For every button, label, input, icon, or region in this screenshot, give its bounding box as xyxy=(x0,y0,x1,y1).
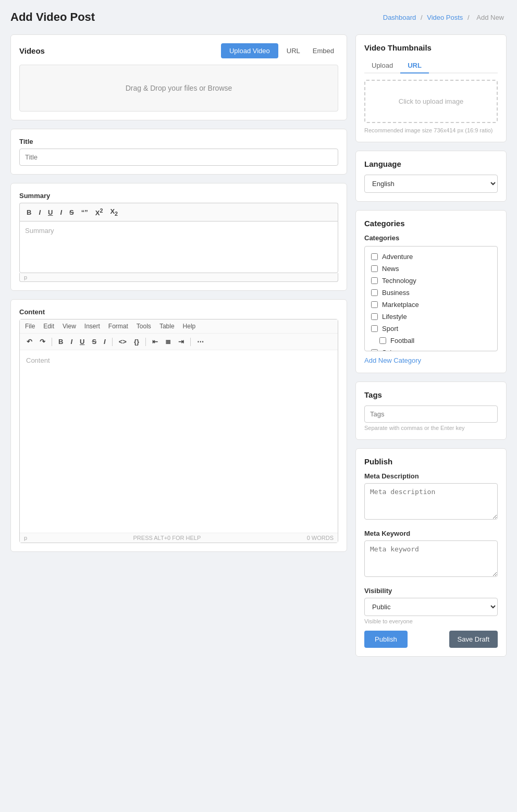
menu-format[interactable]: Format xyxy=(108,323,128,330)
summary-strike-btn[interactable]: S xyxy=(67,207,77,217)
checkbox-technology[interactable] xyxy=(371,277,378,284)
menu-help[interactable]: Help xyxy=(183,323,196,330)
content-menubar: File Edit View Insert Format Tools Table… xyxy=(20,319,338,334)
language-title: Language xyxy=(364,159,498,168)
title-section: Title xyxy=(10,129,347,175)
content-undo-btn[interactable]: ↶ xyxy=(24,337,35,347)
visibility-hint: Visible to everyone xyxy=(364,618,498,624)
add-new-category-link[interactable]: Add New Category xyxy=(364,356,421,364)
embed-button[interactable]: Embed xyxy=(309,45,338,57)
summary-label: Summary xyxy=(19,192,338,200)
url-button[interactable]: URL xyxy=(282,45,304,57)
content-align-right-btn[interactable]: ⇥ xyxy=(176,337,187,347)
visibility-select[interactable]: Public Private Password Protected xyxy=(364,598,498,616)
checkbox-news[interactable] xyxy=(371,265,378,272)
checkbox-marketplace[interactable] xyxy=(371,301,378,308)
publish-button[interactable]: Publish xyxy=(364,631,408,648)
drop-zone[interactable]: Drag & Drop your files or Browse xyxy=(19,65,338,112)
language-select[interactable]: English French Spanish German Arabic xyxy=(364,175,498,193)
tags-input[interactable] xyxy=(364,405,498,423)
breadcrumb-current: Add New xyxy=(476,14,504,21)
content-body[interactable]: Content xyxy=(20,350,338,533)
videos-section: Videos Upload Video URL Embed Drag & Dro… xyxy=(10,34,347,120)
toolbar-sep1 xyxy=(52,338,52,346)
content-underline-btn[interactable]: U xyxy=(77,337,87,347)
category-adventure: Adventure xyxy=(365,251,497,263)
thumbnails-card: Video Thumbnails Upload URL Click to upl… xyxy=(355,34,507,142)
menu-tools[interactable]: Tools xyxy=(137,323,151,330)
content-strike-btn[interactable]: S xyxy=(89,337,99,347)
tab-url[interactable]: URL xyxy=(400,58,429,73)
visibility-label: Visibility xyxy=(364,587,498,595)
menu-view[interactable]: View xyxy=(63,323,76,330)
category-business: Business xyxy=(365,287,497,299)
checkbox-sport[interactable] xyxy=(371,325,378,332)
save-draft-button[interactable]: Save Draft xyxy=(449,631,498,648)
category-marketplace: Marketplace xyxy=(365,299,497,311)
menu-insert[interactable]: Insert xyxy=(84,323,100,330)
summary-underline-btn[interactable]: U xyxy=(45,207,55,217)
toolbar-sep2 xyxy=(112,338,113,346)
categories-label: Categories xyxy=(364,234,498,242)
publish-card: Publish Meta Description Meta Keyword Vi… xyxy=(355,448,507,657)
content-label: Content xyxy=(19,308,338,316)
content-italic2-btn[interactable]: I xyxy=(101,337,108,347)
content-editor: File Edit View Insert Format Tools Table… xyxy=(19,319,338,543)
meta-keyword-label: Meta Keyword xyxy=(364,530,498,537)
menu-file[interactable]: File xyxy=(25,323,35,330)
content-italic-btn[interactable]: I xyxy=(68,337,75,347)
category-science: Science xyxy=(365,347,497,351)
content-codeblock-btn[interactable]: {} xyxy=(131,337,142,347)
category-news: News xyxy=(365,263,497,275)
videos-label: Videos xyxy=(19,46,45,55)
title-input[interactable] xyxy=(19,149,338,166)
content-more-btn[interactable]: ⋯ xyxy=(194,337,206,347)
thumbnail-tabs: Upload URL xyxy=(364,58,498,73)
breadcrumb-dashboard[interactable]: Dashboard xyxy=(383,14,416,21)
summary-subscript-btn[interactable]: X2 xyxy=(107,206,120,218)
category-technology: Technology xyxy=(365,275,497,287)
tab-upload[interactable]: Upload xyxy=(364,58,400,73)
content-align-center-btn[interactable]: ≣ xyxy=(163,337,174,347)
category-sport: Sport xyxy=(365,323,497,335)
summary-quote-btn[interactable]: “” xyxy=(79,207,91,217)
toolbar-sep4 xyxy=(190,338,191,346)
categories-title: Categories xyxy=(364,219,498,228)
categories-list: Adventure News Technology Business xyxy=(364,246,498,351)
checkbox-business[interactable] xyxy=(371,289,378,296)
summary-bold-btn[interactable]: B xyxy=(24,207,34,217)
page-title: Add Video Post xyxy=(10,10,95,24)
meta-description-input[interactable] xyxy=(364,483,498,520)
checkbox-science[interactable] xyxy=(371,349,378,351)
content-redo-btn[interactable]: ↷ xyxy=(37,337,48,347)
page-header: Add Video Post Dashboard / Video Posts /… xyxy=(10,10,507,24)
menu-table[interactable]: Table xyxy=(159,323,175,330)
content-section: Content File Edit View Insert Format Too… xyxy=(10,299,347,552)
summary-footer: p xyxy=(19,273,338,282)
content-code-btn[interactable]: <> xyxy=(116,337,129,347)
breadcrumb-video-posts[interactable]: Video Posts xyxy=(427,14,463,21)
upload-hint: Recommended image size 736x414 px (16:9 … xyxy=(364,127,498,133)
tags-hint: Separate with commas or the Enter key xyxy=(364,425,498,431)
upload-video-button[interactable]: Upload Video xyxy=(221,43,278,58)
content-align-left-btn[interactable]: ⇤ xyxy=(150,337,161,347)
upload-image-zone[interactable]: Click to upload image xyxy=(364,80,498,123)
toolbar-sep3 xyxy=(145,338,146,346)
checkbox-football[interactable] xyxy=(379,337,386,344)
content-bold-btn[interactable]: B xyxy=(56,337,66,347)
checkbox-adventure[interactable] xyxy=(371,253,378,260)
tags-card: Tags Separate with commas or the Enter k… xyxy=(355,382,507,440)
summary-italic-btn[interactable]: I xyxy=(36,207,43,217)
summary-body[interactable]: Summary xyxy=(19,221,338,273)
content-status-help: PRESS ALT+0 FOR HELP xyxy=(133,535,201,541)
meta-keyword-input[interactable] xyxy=(364,540,498,577)
summary-superscript-btn[interactable]: X2 xyxy=(93,206,106,218)
summary-toolbar: B I U I S “” X2 X2 xyxy=(19,203,338,221)
summary-italic2-btn[interactable]: I xyxy=(57,207,65,217)
thumbnails-title: Video Thumbnails xyxy=(364,43,498,52)
menu-edit[interactable]: Edit xyxy=(43,323,54,330)
categories-card: Categories Categories Adventure News xyxy=(355,210,507,373)
category-football: Football xyxy=(365,335,497,347)
checkbox-lifestyle[interactable] xyxy=(371,313,378,320)
title-label: Title xyxy=(19,138,338,145)
